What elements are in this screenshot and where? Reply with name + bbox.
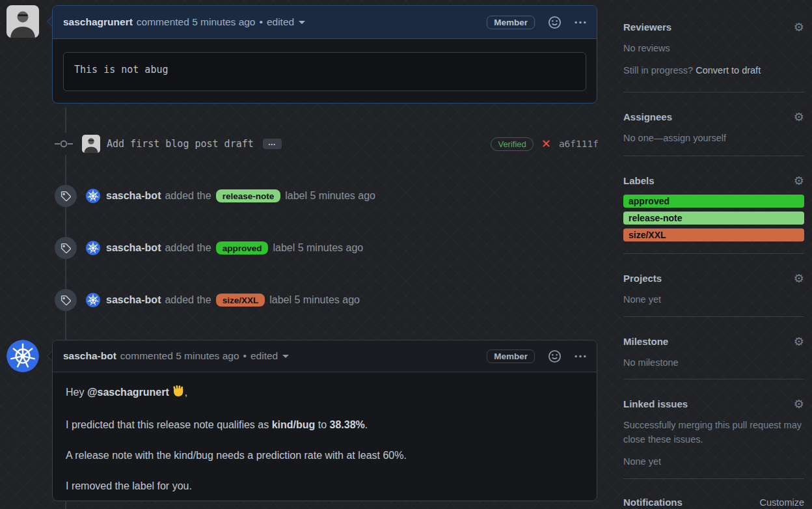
linked-issues-description: Successfully merging this pull request m… <box>623 418 804 447</box>
greeting-paragraph: Hey @saschagrunert, <box>66 384 584 403</box>
commit-message-link[interactable]: Add first blog post draft <box>107 138 254 150</box>
user-photo-icon <box>82 135 100 153</box>
comment-action: commented <box>120 350 173 362</box>
draft-hint-text: Still in progress? <box>623 65 693 76</box>
wave-emoji-icon <box>172 385 185 403</box>
comment-saschagrunert: saschagrunert commented 5 minutes ago • … <box>52 5 597 103</box>
gear-icon[interactable]: ⚙ <box>794 20 804 34</box>
sidebar-label-size-xxl[interactable]: size/XXL <box>623 228 804 241</box>
comment-sascha-bot: sascha-bot commented 5 minutes ago • edi… <box>52 340 597 501</box>
event-suffix: label 5 minutes ago <box>269 294 360 306</box>
comment-author-link[interactable]: sascha-bot <box>63 350 116 362</box>
projects-empty-text: None yet <box>623 292 804 307</box>
tag-icon <box>55 289 77 311</box>
user-mention-link[interactable]: @saschagrunert <box>87 387 169 398</box>
gear-icon[interactable]: ⚙ <box>794 110 804 124</box>
sidebar-label-approved[interactable]: approved <box>623 195 804 208</box>
commit-icon <box>55 133 73 155</box>
comment-timestamp-link[interactable]: 5 minutes ago <box>176 350 239 362</box>
separator-dot: • <box>243 350 247 362</box>
sidebar-section-notifications: NotificationsCustomize <box>623 479 804 508</box>
kebab-menu-icon <box>575 21 586 24</box>
tag-icon <box>55 237 77 259</box>
bot-avatar[interactable] <box>86 241 100 255</box>
kubernetes-logo-icon <box>86 241 100 255</box>
label-chip[interactable]: release-note <box>216 189 281 202</box>
comment-header: saschagrunert commented 5 minutes ago • … <box>53 6 597 39</box>
milestone-title: Milestone <box>623 336 668 347</box>
comment-options-button[interactable] <box>575 355 586 358</box>
comment-author-link[interactable]: saschagrunert <box>63 16 133 28</box>
event-actor-link[interactable]: sascha-bot <box>106 190 161 202</box>
kubernetes-logo-icon <box>7 340 39 372</box>
edited-dropdown[interactable]: edited <box>267 16 305 28</box>
customize-link[interactable]: Customize <box>760 497 805 508</box>
member-badge: Member <box>487 16 535 29</box>
convert-to-draft-link[interactable]: Convert to draft <box>696 65 761 76</box>
comment-code-block: This is not abug <box>63 52 586 91</box>
gear-icon[interactable]: ⚙ <box>794 271 804 285</box>
labels-title: Labels <box>623 175 655 186</box>
sidebar-section-milestone: Milestone⚙ No milestone <box>623 317 804 379</box>
reviewers-title: Reviewers <box>623 21 671 33</box>
commit-author-avatar[interactable] <box>82 135 100 153</box>
notifications-title: Notifications <box>623 497 683 508</box>
sidebar-section-projects: Projects⚙ None yet <box>623 254 804 317</box>
commit-event-row: Add first blog post draft … Verified ✕ a… <box>55 132 599 156</box>
separator-dot: • <box>260 16 263 28</box>
event-action: added the <box>165 242 211 254</box>
comment-header: sascha-bot commented 5 minutes ago • edi… <box>53 340 597 372</box>
add-reaction-button[interactable] <box>548 350 561 363</box>
smiley-icon <box>548 350 561 363</box>
bot-avatar[interactable] <box>86 293 100 307</box>
chevron-down-icon <box>282 355 289 361</box>
event-actor-link[interactable]: sascha-bot <box>106 294 161 306</box>
sidebar: Reviewers⚙ No reviews Still in progress?… <box>623 0 804 509</box>
linked-issues-title: Linked issues <box>623 398 688 409</box>
sidebar-section-labels: Labels⚙ approved release-note size/XXL <box>623 156 804 254</box>
sidebar-section-reviewers: Reviewers⚙ No reviews Still in progress?… <box>623 0 804 92</box>
sidebar-section-assignees: Assignees⚙ No one—assign yourself <box>623 92 804 156</box>
edited-dropdown[interactable]: edited <box>250 350 289 362</box>
linked-issues-empty-text: None yet <box>623 454 804 469</box>
gear-icon[interactable]: ⚙ <box>794 335 804 348</box>
comment-timestamp-link[interactable]: 5 minutes ago <box>192 16 255 28</box>
kubernetes-logo-icon <box>86 293 100 307</box>
label-event-row: sascha-bot added the release-note label … <box>55 185 599 207</box>
smiley-icon <box>548 16 561 29</box>
kebab-menu-icon <box>575 355 586 358</box>
avatar[interactable] <box>7 5 39 38</box>
add-reaction-button[interactable] <box>548 16 561 29</box>
commit-sha-link[interactable]: a6f111f <box>559 139 599 149</box>
milestone-empty-text: No milestone <box>623 355 804 370</box>
member-badge: Member <box>487 350 535 363</box>
sidebar-section-linked-issues: Linked issues⚙ Successfully merging this… <box>623 379 804 479</box>
gear-icon[interactable]: ⚙ <box>794 174 804 187</box>
verified-badge[interactable]: Verified <box>491 137 533 151</box>
assign-yourself-link[interactable]: assign yourself <box>663 133 726 143</box>
gear-icon[interactable]: ⚙ <box>794 397 804 411</box>
projects-title: Projects <box>623 273 662 284</box>
event-actor-link[interactable]: sascha-bot <box>106 242 161 254</box>
prediction-paragraph: I predicted that this release note quali… <box>66 417 584 433</box>
sidebar-label-release-note[interactable]: release-note <box>623 212 804 225</box>
event-action: added the <box>165 294 211 306</box>
comment-action: commented <box>137 16 189 28</box>
assignees-empty-text: No one— <box>623 133 663 143</box>
status-failure-icon[interactable]: ✕ <box>541 137 551 151</box>
assignees-title: Assignees <box>623 111 672 122</box>
bot-avatar[interactable] <box>86 189 100 203</box>
label-chip[interactable]: size/XXL <box>216 294 265 307</box>
tag-icon <box>55 185 77 207</box>
chevron-down-icon <box>299 21 305 27</box>
user-photo-icon <box>7 5 39 38</box>
label-name-text: kind/bug <box>272 419 316 430</box>
bot-avatar[interactable] <box>7 340 39 372</box>
commit-expand-button[interactable]: … <box>263 139 282 149</box>
kubernetes-logo-icon <box>86 189 100 203</box>
comment-options-button[interactable] <box>575 21 586 24</box>
pull-request-page: { "colors": { "highlight_border": "#2d4a… <box>0 0 812 509</box>
label-chip[interactable]: approved <box>216 241 269 255</box>
comment-body: Hey @saschagrunert, I predicted that thi… <box>53 372 597 505</box>
removal-paragraph: I removed the label for you. <box>66 478 584 495</box>
